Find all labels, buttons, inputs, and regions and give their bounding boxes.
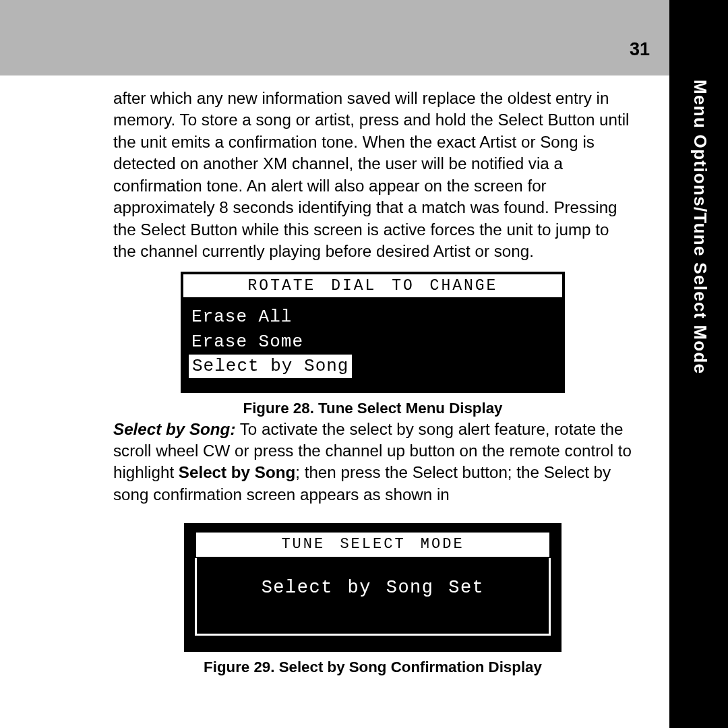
menu-row-erase-all: Erase All <box>189 305 557 330</box>
lcd-body: Erase All Erase Some Select by Song <box>183 299 562 390</box>
page-number: 31 <box>630 39 650 60</box>
page-content: after which any new information saved wi… <box>113 88 632 677</box>
para2-lead: Select by Song: <box>113 420 235 438</box>
section-title: Menu Options/Tune Select Mode <box>690 80 710 374</box>
figure-28-display: ROTATE DIAL TO CHANGE Erase All Erase So… <box>181 272 565 392</box>
paragraph-2: Select by Song: To activate the select b… <box>113 419 632 506</box>
figure-29-display: TUNE SELECT MODE Select by Song Set <box>184 523 562 652</box>
lcd2-body: Select by Song Set <box>195 558 551 636</box>
menu-row-erase-some: Erase Some <box>189 330 557 355</box>
figure-29-caption: Figure 29. Select by Song Confirmation D… <box>113 657 632 677</box>
paragraph-1: after which any new information saved wi… <box>113 88 632 262</box>
lcd2-text: Select by Song Set <box>262 578 485 598</box>
figure-28-caption: Figure 28. Tune Select Menu Display <box>113 398 632 419</box>
page-header-bar <box>0 0 669 75</box>
menu-row-select-by-song: Select by Song <box>189 355 352 378</box>
section-sidebar: Menu Options/Tune Select Mode <box>669 0 728 728</box>
lcd-header: ROTATE DIAL TO CHANGE <box>183 274 562 299</box>
para2-bold: Select by Song <box>179 463 295 481</box>
lcd2-header: TUNE SELECT MODE <box>195 531 551 557</box>
